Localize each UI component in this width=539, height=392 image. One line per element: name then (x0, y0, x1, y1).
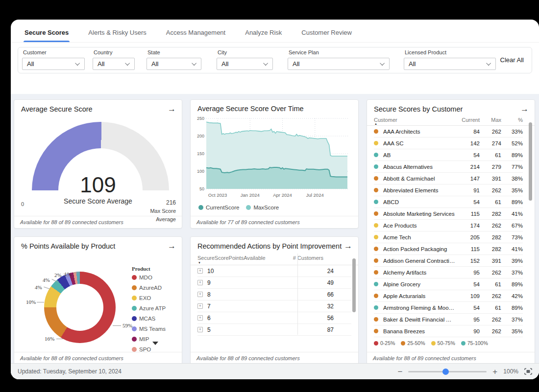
table-row[interactable]: Acme Tech 205 282 73% (374, 231, 523, 243)
table-row[interactable]: AAA SC 142 274 52% (374, 138, 523, 149)
table-header[interactable]: Customer Current Max % (367, 115, 535, 126)
column-max[interactable]: Max (480, 117, 501, 123)
legend-item[interactable]: SPO (132, 346, 174, 352)
table-row[interactable]: Apple Acturarials 109 262 42% (374, 290, 523, 302)
pct-score: 35% (501, 187, 523, 193)
legend-title: Product (132, 266, 174, 272)
table-row[interactable]: AB 54 61 89% (374, 149, 523, 161)
legend-item[interactable]: MaxScore (246, 205, 279, 210)
vertical-scrollbar[interactable] (529, 122, 532, 201)
legend-item[interactable]: MS Teams (132, 326, 174, 332)
tab-alerts-risky-users[interactable]: Alerts & Risky Users (87, 24, 147, 42)
column-points-available[interactable]: SecureScorePointsAvailable (197, 255, 293, 261)
customer-name: Banana Breezes (383, 328, 455, 334)
points-value: 10 (207, 268, 214, 275)
legend-item[interactable]: CurrentScore (198, 205, 239, 210)
filter-dropdown[interactable]: All (93, 58, 135, 70)
table-row[interactable]: Abbreviated Elements 91 262 35% (374, 184, 523, 196)
filter-dropdown[interactable]: All (147, 58, 201, 70)
pct-score: 35% (501, 328, 523, 334)
expand-icon[interactable]: + (197, 268, 203, 274)
max-score: 282 (480, 211, 501, 217)
table-row[interactable]: ABCD 54 61 89% (374, 196, 523, 208)
table-row[interactable]: Action Packed Packaging 115 282 41% (374, 243, 523, 255)
points-value: 5 (207, 326, 211, 333)
expand-icon[interactable]: + (197, 292, 203, 297)
table-row[interactable]: Absolute Marketing Services 115 282 41% (374, 208, 523, 220)
filter-value: All (293, 60, 299, 68)
table-row[interactable]: AAA Architects 84 262 33% (374, 126, 523, 138)
column-pct[interactable]: % (501, 117, 523, 123)
table-row[interactable]: + 8 66 (197, 289, 351, 300)
table-row[interactable]: + 5 87 (197, 324, 351, 336)
table-row[interactable]: Baker & Dewitt Financial Advisors 95 262… (374, 314, 523, 325)
filter-label: Licensed Product (404, 49, 496, 55)
legend-dot (132, 326, 137, 331)
expand-icon[interactable]: + (197, 303, 203, 309)
legend-item[interactable]: Azure ATP (132, 305, 174, 311)
legend-item[interactable]: AzureAD (132, 285, 174, 291)
donut-ring[interactable] (44, 272, 116, 343)
drill-through-arrow-icon[interactable]: → (344, 242, 352, 250)
customer-name: Acme Tech (383, 234, 455, 240)
table-row[interactable]: Addison General Contracting Co. 152 391 … (374, 255, 523, 267)
table-header[interactable]: SecureScorePointsAvailable # Customers (191, 252, 358, 265)
score-tier-dot (374, 247, 378, 251)
current-score: 90 (455, 328, 480, 334)
customer-name: AB (383, 152, 455, 158)
filter-value: All (98, 60, 104, 68)
filter-dropdown[interactable]: All (288, 58, 390, 70)
vertical-scrollbar[interactable] (352, 258, 356, 312)
tab-secure-scores[interactable]: Secure Scores (24, 24, 70, 42)
table-row[interactable]: + 7 32 (197, 300, 351, 312)
table-row[interactable]: Banana Breezes 90 262 35% (374, 325, 523, 337)
table-row[interactable]: Abacus Alternatives 214 279 77% (374, 161, 523, 173)
filter-label: State (147, 49, 201, 55)
score-tier-dot (374, 176, 378, 181)
expand-icon[interactable]: + (197, 280, 203, 285)
fit-to-screen-icon[interactable] (524, 368, 532, 375)
zoom-out-button[interactable]: − (397, 368, 402, 376)
expand-icon[interactable]: + (197, 315, 203, 321)
donut-label: 10% (26, 299, 36, 305)
legend-scroll-down-icon[interactable] (152, 342, 158, 345)
tab-access-management[interactable]: Access Management (165, 24, 226, 42)
card-title: Secure Scores by Customer (374, 105, 463, 113)
drill-through-arrow-icon[interactable]: → (520, 105, 529, 113)
zoom-slider[interactable] (408, 371, 487, 372)
table-row[interactable]: Ace Products 174 262 67% (374, 220, 523, 231)
table-row[interactable]: Abbott & Carmichael 147 391 38% (374, 173, 523, 184)
tab-analyze-risk[interactable]: Analyze Risk (244, 24, 283, 42)
table-row[interactable]: + 10 24 (197, 265, 351, 277)
zoom-in-button[interactable]: + (492, 368, 497, 376)
line-chart[interactable]: 25020015010050Oct 2023Jan 2024Apr 2024Ju… (194, 115, 351, 202)
customer-count: 32 (293, 303, 351, 310)
table-row[interactable]: + 9 49 (197, 277, 351, 289)
legend-dot (132, 296, 137, 300)
pct-score: 89% (501, 281, 523, 287)
drill-through-arrow-icon[interactable]: → (168, 242, 176, 250)
zoom-slider-knob[interactable] (442, 369, 449, 375)
filter-dropdown[interactable]: All (217, 58, 273, 70)
clear-all-button[interactable]: Clear All (500, 56, 524, 64)
table-row[interactable]: Armstrong Fleming & Moore, Inc. 54 61 89… (374, 302, 523, 314)
column-customer[interactable]: Customer (374, 117, 455, 123)
table-row[interactable]: + 6 56 (197, 312, 351, 324)
legend-item[interactable]: MCAS (132, 316, 174, 322)
tier-legend: 0-25% 25-50% 50-75% (367, 337, 535, 348)
expand-icon[interactable]: + (197, 327, 203, 332)
table-row[interactable]: Alpine Grocery 54 61 89% (374, 278, 523, 290)
legend-item[interactable]: MDO (132, 275, 174, 280)
legend-item[interactable]: EXO (132, 295, 174, 301)
filter-dropdown[interactable]: All (404, 58, 496, 70)
filter-panel: Customer All Country All State (18, 47, 532, 73)
filter-dropdown[interactable]: All (22, 58, 85, 70)
current-score: 54 (455, 199, 480, 205)
drill-through-arrow-icon[interactable]: → (168, 105, 176, 113)
table-row[interactable]: Alchemy Artifacts 95 262 37% (374, 267, 523, 278)
customer-count: 24 (293, 268, 351, 275)
column-current[interactable]: Current (455, 117, 480, 123)
tab-customer-review[interactable]: Customer Review (300, 24, 353, 42)
legend-label: SPO (139, 346, 151, 352)
pct-score: 37% (501, 270, 523, 276)
